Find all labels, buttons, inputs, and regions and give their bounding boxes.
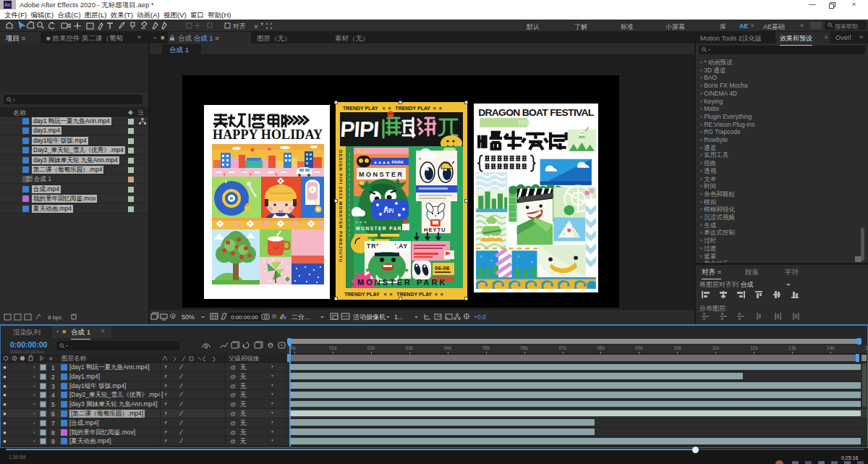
svg-text:50%: 50% — [182, 313, 195, 321]
svg-text:06-06: 06-06 — [435, 265, 450, 271]
svg-text:0:00:00:00: 0:00:00:00 — [231, 314, 258, 321]
svg-text:HEYTU: HEYTU — [424, 227, 446, 233]
svg-text:活动摄像机: 活动摄像机 — [352, 313, 386, 321]
svg-text:TRENDY PLAY × × TRENDY PL: TRENDY PLAY × × TRENDY PLAY × × — [343, 106, 442, 111]
svg-text:#: # — [49, 355, 53, 362]
svg-text:+0.0: +0.0 — [474, 313, 486, 321]
svg-text:8 bpc: 8 bpc — [48, 314, 62, 321]
svg-text:HAPPY HOLIDAY: HAPPY HOLIDAY — [213, 127, 323, 142]
svg-text:2023: 2023 — [357, 149, 367, 153]
svg-text:DESIGN PIPI 2023 MONSTER PARKJ: DESIGN PIPI 2023 MONSTER PARKJIUYU — [339, 150, 344, 263]
svg-text:1...: 1... — [394, 313, 404, 321]
svg-text:父级和链接: 父级和链接 — [229, 355, 260, 362]
svg-text:PiPi: PiPi — [383, 208, 394, 214]
svg-text:MONSTER PARK: MONSTER PARK — [356, 226, 407, 231]
svg-text:TRENDY PLAY × × TRENDY PL: TRENDY PLAY × × TRENDY PLAY × × — [344, 292, 443, 297]
svg-text:对齐: 对齐 — [232, 22, 246, 30]
svg-text:图层名称: 图层名称 — [61, 355, 87, 362]
svg-text:MONSTER PARK: MONSTER PARK — [357, 278, 447, 287]
svg-text:▲▲▲▲ PARK: ▲▲▲▲ PARK — [373, 160, 404, 164]
svg-text:二分...: 二分... — [292, 313, 310, 321]
svg-text:DRAGON BOAT FESTIVAL: DRAGON BOAT FESTIVAL — [478, 107, 594, 118]
svg-text:MONSTER: MONSTER — [359, 171, 404, 178]
